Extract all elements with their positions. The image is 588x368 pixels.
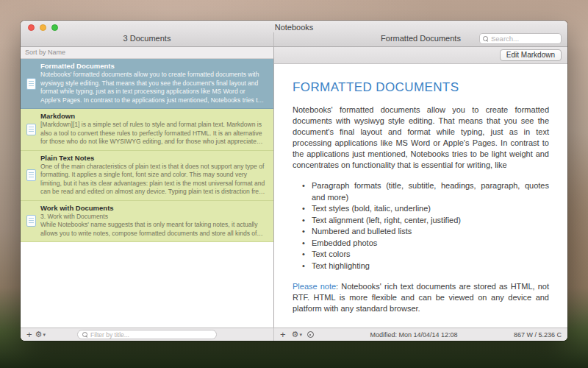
feature-item: Text colors	[302, 249, 549, 261]
list-item[interactable]: Work with Documents3. Work with Document…	[21, 201, 273, 243]
titlebar: Notebooks 3 Documents Formatted Document…	[21, 21, 567, 47]
list-item-title: Work with Documents	[40, 204, 266, 212]
search-input[interactable]	[491, 35, 558, 43]
notebooks-window: Notebooks 3 Documents Formatted Document…	[21, 21, 567, 341]
list-item-preview: One of the main characteristics of plain…	[40, 163, 266, 197]
add-icon[interactable]: +	[280, 330, 286, 339]
list-toolbar: + ⚙▾	[21, 328, 274, 341]
list-item-preview: [Markdown][1] is a simple set of rules t…	[40, 121, 266, 146]
feature-item: Embedded photos	[302, 238, 549, 250]
list-item[interactable]: Plain Text NotesOne of the main characte…	[21, 151, 273, 201]
filter-input[interactable]	[90, 331, 212, 339]
desktop-wallpaper: Notebooks 3 Documents Formatted Document…	[0, 0, 588, 368]
feature-item: Paragraph formats (title, subtitle, head…	[302, 180, 549, 203]
modified-timestamp: Modified: Mon 14/04/14 12:08	[317, 331, 511, 339]
document-icon	[26, 124, 36, 135]
inline-link[interactable]: Please note	[293, 282, 336, 291]
document-list: Formatted DocumentsNotebooks' formatted …	[21, 59, 273, 328]
list-item[interactable]: Markdown[Markdown][1] is a simple set of…	[21, 109, 273, 151]
left-pane-title: 3 Documents	[21, 32, 274, 46]
timer-icon[interactable]	[307, 331, 314, 338]
edit-markdown-button[interactable]: Edit Markdown	[500, 49, 562, 61]
document-content: FORMATTED DOCUMENTS Notebooks' formatted…	[274, 64, 567, 328]
list-item[interactable]: Formatted DocumentsNotebooks' formatted …	[21, 59, 273, 109]
status-bar: + ⚙▾ + ⚙▾ Modified: Mon 14/04/14 12:08 8…	[21, 328, 567, 341]
list-item-title: Markdown	[40, 112, 266, 120]
search-icon	[483, 36, 489, 42]
filter-field[interactable]	[77, 330, 217, 339]
chevron-down-icon: ▾	[299, 330, 302, 339]
list-item-preview: Notebooks' formatted documents allow you…	[40, 71, 266, 105]
document-toolbar: + ⚙▾ Modified: Mon 14/04/14 12:08 867 W …	[274, 328, 567, 341]
sort-by-name-bar[interactable]: Sort by Name	[21, 47, 273, 59]
feature-item: Text styles (bold, italic, underline)	[302, 203, 549, 215]
feature-item: Text alignment (left, right, center, jus…	[302, 215, 549, 227]
word-char-count: 867 W / 5.236 C	[514, 331, 562, 339]
note-paragraph: Please note: Notebooks' rich text docume…	[293, 281, 549, 314]
document-list-pane: Sort by Name Formatted DocumentsNotebook…	[21, 47, 274, 328]
gear-icon[interactable]: ⚙▾	[35, 330, 46, 339]
list-item-preview: 3. Work with Documents While Notebooks' …	[40, 213, 266, 238]
features-list: Paragraph formats (title, subtitle, head…	[293, 180, 549, 272]
action-gear-icon[interactable]: ⚙▾	[292, 330, 302, 339]
document-intro: Notebooks' formatted documents allow you…	[293, 105, 549, 171]
feature-item: Text highlighting	[302, 261, 549, 272]
list-item-title: Formatted Documents	[40, 62, 266, 70]
document-view-pane: Edit Markdown FORMATTED DOCUMENTS Notebo…	[274, 47, 567, 328]
search-field[interactable]	[479, 33, 562, 44]
chevron-down-icon: ▾	[43, 330, 46, 339]
filter-search-icon	[82, 332, 88, 338]
document-icon	[26, 215, 36, 227]
document-title: FORMATTED DOCUMENTS	[293, 80, 549, 95]
window-title: Notebooks	[21, 23, 567, 32]
document-actions-bar: Edit Markdown	[274, 47, 567, 64]
right-pane-title: Formatted Documents	[381, 34, 461, 43]
document-icon	[26, 169, 36, 181]
list-item-title: Plain Text Notes	[40, 154, 266, 162]
add-document-icon[interactable]: +	[26, 330, 32, 339]
feature-item: Numbered and bulleted lists	[302, 226, 549, 238]
document-icon	[26, 78, 36, 90]
